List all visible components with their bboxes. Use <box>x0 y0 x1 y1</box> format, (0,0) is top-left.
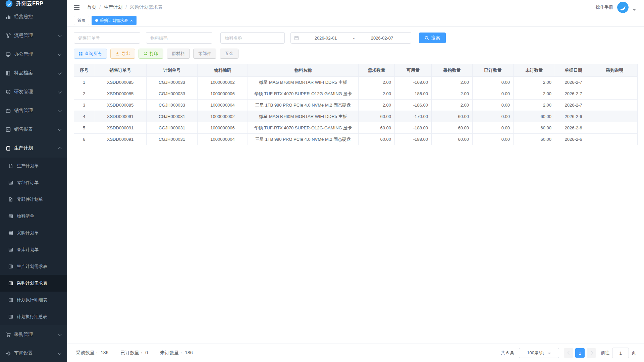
table-row[interactable]: 1XSDD000085CGJH0000331000000002微星 MAG B7… <box>74 77 638 88</box>
column-header-1: 销售订单号 <box>94 64 147 77</box>
export-icon <box>115 52 119 56</box>
sidebar-subitem[interactable]: 备库计划单 <box>0 241 67 258</box>
material-name-input[interactable] <box>220 32 285 44</box>
sidebar-subitem[interactable]: 生产计划需求表 <box>0 258 67 275</box>
table-row[interactable]: 3XSDD000085CGJH0000331000000004三星 1TB 98… <box>74 100 638 111</box>
date-end-value: 2026-02-07 <box>357 36 408 41</box>
table-cell: -186.00 <box>395 100 432 111</box>
prev-page-button[interactable] <box>564 348 573 358</box>
page-unit-label: 页 <box>632 350 636 356</box>
total-count-label: 共 6 条 <box>501 350 514 356</box>
sidebar-subitem[interactable]: 零部件计划单 <box>0 191 67 208</box>
avatar[interactable] <box>617 2 629 13</box>
sidebar-subitem[interactable]: 采购计划单 <box>0 225 67 241</box>
table-cell: -170.00 <box>395 111 432 122</box>
material-code-input[interactable] <box>146 32 212 44</box>
sidebar-item-4[interactable]: 研发管理 <box>0 82 67 101</box>
next-page-button[interactable] <box>587 348 596 358</box>
sidebar-item-9[interactable]: 车间设置 <box>0 344 67 362</box>
sidebar-subitem[interactable]: 采购计划需求表 <box>0 275 67 292</box>
app-root: 升阳云ERP 经营总控流程管理办公管理料品档案研发管理销售管理销售报表生产计划生… <box>0 0 644 362</box>
table-cell: 2 <box>74 88 94 100</box>
sidebar-item-8[interactable]: 采购管理 <box>0 325 67 344</box>
chevron-down-icon <box>58 71 61 74</box>
column-header-5: 需求数量 <box>359 64 395 77</box>
close-icon[interactable]: × <box>130 18 133 23</box>
summary-ordered-qty: 已订数量：0 <box>119 350 148 356</box>
table-cell: 1000000004 <box>198 134 248 145</box>
table-cell: 60.00 <box>432 134 473 145</box>
sidebar-subitem[interactable]: 物料清单 <box>0 208 67 225</box>
table-header-row: 序号销售订单号计划单号物料编码物料名称需求数量可用量采购数量已订数量未订数量单据… <box>74 64 638 77</box>
table-cell: XSDD000085 <box>94 100 147 111</box>
goto-page-input[interactable] <box>612 348 629 358</box>
table-row[interactable]: 4XSDD000091CGJH0000311000000002微星 MAG B7… <box>74 111 638 122</box>
sidebar-subitem[interactable]: 生产计划单 <box>0 158 67 174</box>
table-cell: 2.00 <box>514 77 555 88</box>
manual-link[interactable]: 操作手册 <box>596 4 613 10</box>
column-header-9: 未订数量 <box>514 64 555 77</box>
breadcrumb-separator: / <box>99 5 101 10</box>
sidebar-item-3[interactable]: 料品档案 <box>0 64 67 82</box>
search-icon <box>425 36 429 40</box>
table-cell: CGJH000033 <box>147 100 198 111</box>
bottom-bar: 采购数量：186 已订数量：0 未订数量：186 共 6 条 100条/页 1 … <box>67 344 644 362</box>
sidebar-collapse-icon[interactable] <box>74 5 79 10</box>
table-row[interactable]: 2XSDD000085CGJH0000331000000006华硕 TUF-RT… <box>74 88 638 100</box>
sidebar-item-5[interactable]: 销售管理 <box>0 101 67 120</box>
sidebar-item-7[interactable]: 生产计划 <box>0 139 67 158</box>
sidebar-item-1[interactable]: 流程管理 <box>0 26 67 45</box>
table-cell: 5 <box>74 122 94 134</box>
table-cell: CGJH000033 <box>147 77 198 88</box>
table-cell: 4 <box>74 111 94 122</box>
table-row[interactable]: 5XSDD000091CGJH0000311000000006华硕 TUF-RT… <box>74 122 638 134</box>
sidebar-item-2[interactable]: 办公管理 <box>0 45 67 64</box>
topbar: 首页 / 生产计划 / 采购计划需求表 操作手册 <box>67 0 644 15</box>
calendar-icon <box>294 36 299 40</box>
export-button[interactable]: 导出 <box>110 49 135 59</box>
search-button[interactable]: 搜索 <box>419 33 446 43</box>
column-header-11: 采购说明 <box>592 64 638 77</box>
chevron-up-icon <box>58 147 61 150</box>
raw-material-button[interactable]: 原材料 <box>167 49 190 59</box>
sidebar-subitem[interactable]: 计划执行汇总表 <box>0 308 67 325</box>
chevron-down-icon <box>58 33 61 37</box>
table-cell: 0.00 <box>473 88 514 100</box>
date-range-picker[interactable]: 2026-02-01 - 2026-02-07 <box>290 32 411 44</box>
rd-icon <box>5 89 11 95</box>
parts-button[interactable]: 零部件 <box>193 49 216 59</box>
table-cell: XSDD000091 <box>94 134 147 145</box>
breadcrumb-production-plan[interactable]: 生产计划 <box>104 4 122 10</box>
query-all-button[interactable]: 查询所有 <box>74 49 107 59</box>
breadcrumb: 首页 / 生产计划 / 采购计划需求表 <box>87 4 163 10</box>
summary-unordered-qty: 未订数量：186 <box>159 350 193 356</box>
breadcrumb-separator: / <box>125 5 127 10</box>
tab-home[interactable]: 首页 <box>74 16 89 25</box>
table-cell <box>592 100 638 111</box>
goto-label: 前往 <box>601 350 609 356</box>
table-cell: 2026-2-6 <box>555 111 592 122</box>
tab-purchase-plan-demand[interactable]: 采购计划需求表 × <box>92 16 137 25</box>
print-button[interactable]: 打印 <box>139 49 163 59</box>
table-cell: 60.00 <box>432 111 473 122</box>
table-cell: CGJH000033 <box>147 88 198 100</box>
table-row[interactable]: 6XSDD000091CGJH0000311000000004三星 1TB 98… <box>74 134 638 145</box>
sidebar-item-6[interactable]: 销售报表 <box>0 120 67 139</box>
sidebar-item-0[interactable]: 经营总控 <box>0 7 67 26</box>
table-cell: 华硕 TUF-RTX 4070 SUPER-O12G-GAMING 显卡 <box>248 122 359 134</box>
column-header-0: 序号 <box>74 64 94 77</box>
table-cell: 2.00 <box>432 77 473 88</box>
page-size-select[interactable]: 100条/页 <box>519 348 559 358</box>
logo: 升阳云ERP <box>0 0 67 7</box>
table-cell: 2.00 <box>432 100 473 111</box>
table-cell: 2.00 <box>359 100 395 111</box>
sidebar-subitem[interactable]: 零部件订单 <box>0 174 67 191</box>
page-number-button[interactable]: 1 <box>575 348 585 358</box>
breadcrumb-home[interactable]: 首页 <box>87 4 96 10</box>
sales-order-input[interactable] <box>74 32 140 44</box>
sidebar-subitem[interactable]: 计划执行明细表 <box>0 292 67 308</box>
table-cell: 微星 MAG B760M MORTAR WIFI DDR5 主板 <box>248 111 359 122</box>
hardware-button[interactable]: 五金 <box>220 49 238 59</box>
user-menu-caret-icon[interactable] <box>633 9 636 11</box>
dashboard-icon <box>5 14 11 19</box>
